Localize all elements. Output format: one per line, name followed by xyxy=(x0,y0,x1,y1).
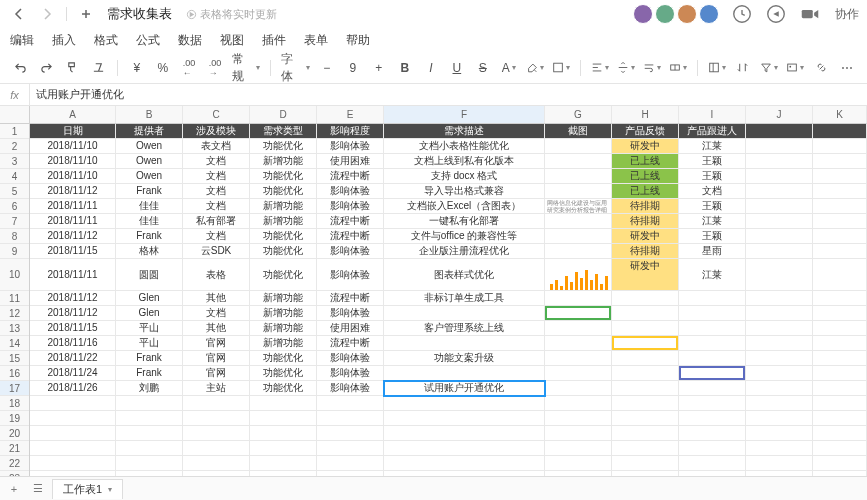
header-cell[interactable]: 提供者 xyxy=(116,124,183,139)
cell[interactable]: 流程中断 xyxy=(317,214,384,229)
header-cell[interactable]: 日期 xyxy=(30,124,116,139)
cell[interactable] xyxy=(612,381,679,396)
cell[interactable]: 刘鹏 xyxy=(116,381,183,396)
cell[interactable] xyxy=(317,456,384,471)
cell[interactable] xyxy=(813,441,867,456)
cell[interactable] xyxy=(545,381,612,396)
cell[interactable] xyxy=(746,306,813,321)
row-header[interactable]: 7 xyxy=(0,214,29,229)
cell[interactable]: 影响体验 xyxy=(317,184,384,199)
cell[interactable] xyxy=(384,441,545,456)
column-header[interactable]: F xyxy=(384,106,545,123)
row-header[interactable]: 21 xyxy=(0,441,29,456)
paint-format-button[interactable] xyxy=(60,56,84,80)
sheet-list-button[interactable]: ☰ xyxy=(28,480,48,498)
cell[interactable] xyxy=(250,411,317,426)
collaborate-button[interactable]: 协作 xyxy=(835,6,859,23)
cell[interactable] xyxy=(545,351,612,366)
share-icon[interactable] xyxy=(765,3,787,25)
underline-button[interactable]: U xyxy=(445,56,469,80)
cell[interactable] xyxy=(317,411,384,426)
cell[interactable]: 已上线 xyxy=(612,184,679,199)
cell[interactable]: 格林 xyxy=(116,244,183,259)
italic-button[interactable]: I xyxy=(419,56,443,80)
cell[interactable] xyxy=(545,229,612,244)
cell[interactable] xyxy=(813,321,867,336)
cell[interactable]: 功能优化 xyxy=(250,184,317,199)
cell[interactable]: 文档 xyxy=(183,169,250,184)
cell[interactable] xyxy=(813,214,867,229)
cell[interactable] xyxy=(679,321,746,336)
currency-button[interactable]: ¥ xyxy=(125,56,149,80)
formula-input[interactable]: 试用账户开通优化 xyxy=(30,87,124,102)
cell[interactable]: 文件与office 的兼容性等 xyxy=(384,229,545,244)
cell[interactable] xyxy=(813,426,867,441)
cell[interactable] xyxy=(612,396,679,411)
cell[interactable]: 2018/11/15 xyxy=(30,244,116,259)
cell[interactable]: 流程中断 xyxy=(317,229,384,244)
cell[interactable] xyxy=(746,184,813,199)
cell[interactable]: 影响体验 xyxy=(317,199,384,214)
cell[interactable]: 2018/11/10 xyxy=(30,139,116,154)
column-header[interactable]: K xyxy=(813,106,867,123)
cell[interactable] xyxy=(746,199,813,214)
cell[interactable] xyxy=(679,306,746,321)
cell[interactable]: 江莱 xyxy=(679,139,746,154)
cell[interactable] xyxy=(746,214,813,229)
row-header[interactable]: 13 xyxy=(0,321,29,336)
cell[interactable] xyxy=(746,336,813,351)
cell[interactable]: 功能优化 xyxy=(250,259,317,291)
cell[interactable] xyxy=(813,259,867,291)
menu-item[interactable]: 插件 xyxy=(262,32,286,49)
cell[interactable] xyxy=(813,351,867,366)
cell[interactable]: 江莱 xyxy=(679,259,746,291)
header-cell[interactable]: 需求类型 xyxy=(250,124,317,139)
spreadsheet-grid[interactable]: 1234567891011121314151617181920212223242… xyxy=(0,106,867,476)
row-header[interactable]: 12 xyxy=(0,306,29,321)
cell[interactable]: 官网 xyxy=(183,366,250,381)
cell[interactable] xyxy=(813,154,867,169)
collaborator-avatar[interactable] xyxy=(699,4,719,24)
cell[interactable]: 其他 xyxy=(183,321,250,336)
cell[interactable] xyxy=(116,426,183,441)
cell[interactable] xyxy=(545,321,612,336)
cell[interactable]: 影响体验 xyxy=(317,366,384,381)
cell[interactable]: 主站 xyxy=(183,381,250,396)
header-cell[interactable]: 需求描述 xyxy=(384,124,545,139)
cell[interactable]: 功能优化 xyxy=(250,381,317,396)
cell[interactable] xyxy=(384,306,545,321)
link-button[interactable] xyxy=(809,56,833,80)
cell[interactable]: 导入导出格式兼容 xyxy=(384,184,545,199)
collaborator-avatar[interactable] xyxy=(655,4,675,24)
cell[interactable]: 官网 xyxy=(183,351,250,366)
cell[interactable] xyxy=(545,139,612,154)
cell[interactable] xyxy=(746,244,813,259)
row-header[interactable]: 16 xyxy=(0,366,29,381)
cell[interactable] xyxy=(813,229,867,244)
menu-item[interactable]: 编辑 xyxy=(10,32,34,49)
cell[interactable]: 影响体验 xyxy=(317,139,384,154)
cell[interactable]: 2018/11/12 xyxy=(30,306,116,321)
cell[interactable]: 2018/11/12 xyxy=(30,184,116,199)
cell[interactable]: 文档 xyxy=(183,229,250,244)
cell[interactable] xyxy=(384,336,545,351)
font-size-inc[interactable]: + xyxy=(367,56,391,80)
cell[interactable] xyxy=(384,366,545,381)
cell[interactable]: 非标订单生成工具 xyxy=(384,291,545,306)
text-color-button[interactable]: A▾ xyxy=(497,56,521,80)
sheet-tab[interactable]: 工作表1▾ xyxy=(52,479,123,499)
cell[interactable]: 江莱 xyxy=(679,214,746,229)
cell[interactable] xyxy=(30,396,116,411)
cell[interactable] xyxy=(545,291,612,306)
cell[interactable]: Glen xyxy=(116,306,183,321)
cell[interactable] xyxy=(746,259,813,291)
cell[interactable]: Frank xyxy=(116,366,183,381)
row-header[interactable]: 22 xyxy=(0,456,29,471)
cell[interactable]: 文档小表格性能优化 xyxy=(384,139,545,154)
cell[interactable] xyxy=(679,366,746,381)
cell[interactable] xyxy=(116,441,183,456)
cell[interactable] xyxy=(746,139,813,154)
cell[interactable] xyxy=(746,291,813,306)
cell[interactable] xyxy=(384,426,545,441)
row-header[interactable]: 8 xyxy=(0,229,29,244)
